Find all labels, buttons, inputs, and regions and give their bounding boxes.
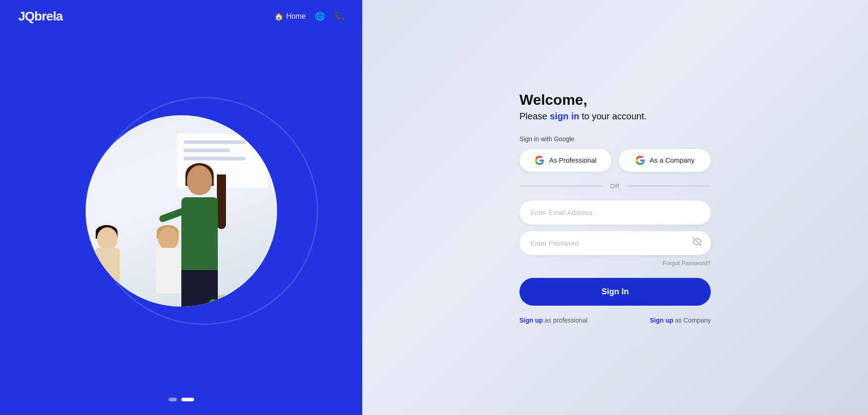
google-company-button[interactable]: As a Company — [619, 149, 711, 172]
welcome-prefix: Please — [519, 111, 550, 121]
globe-icon[interactable]: 🌐 — [315, 11, 325, 21]
signup-company-label: as Company — [675, 317, 711, 324]
sign-in-button[interactable]: Sign In — [519, 278, 711, 306]
welcome-title: Welcome, — [519, 92, 711, 108]
hero-section — [0, 33, 362, 389]
sign-in-text: sign in — [550, 111, 579, 121]
wb-line-1 — [184, 140, 246, 144]
dot-1[interactable] — [169, 398, 177, 401]
home-icon: 🏠 — [274, 12, 283, 21]
dot-2[interactable] — [181, 398, 194, 401]
nav-links: 🏠 Home 🌐 📞 — [274, 11, 344, 21]
audience-person-1 — [95, 223, 122, 305]
google-label: Sign in with Google — [519, 135, 711, 143]
signup-links: Sign up as professional Sign up as Compa… — [519, 317, 711, 324]
google-professional-button[interactable]: As Professional — [519, 149, 611, 172]
welcome-subtitle: Please sign in to your account. — [519, 111, 711, 122]
or-divider: OR — [519, 183, 711, 190]
home-label: Home — [286, 12, 306, 20]
email-input[interactable] — [519, 200, 711, 225]
password-wrapper — [519, 231, 711, 255]
signup-company-text: Sign up as Company — [650, 317, 711, 324]
or-line-right — [627, 186, 711, 186]
or-text: OR — [610, 183, 620, 190]
google-professional-label: As Professional — [549, 156, 596, 164]
signup-professional-label: as professional — [544, 317, 587, 324]
audience-figures — [95, 223, 156, 307]
forgot-password-link: Forgot Password? — [519, 259, 711, 267]
right-panel: Welcome, Please sign in to your account.… — [362, 0, 868, 415]
or-line-left — [519, 186, 603, 186]
presenter-head — [187, 165, 212, 195]
password-input[interactable] — [519, 231, 711, 255]
google-buttons: As Professional As a Company — [519, 149, 711, 172]
login-card: Welcome, Please sign in to your account.… — [519, 92, 711, 324]
plant-pot — [218, 295, 236, 307]
signup-professional-text: Sign up as professional — [519, 317, 587, 324]
welcome-suffix: to your account. — [579, 111, 647, 121]
logo: JQbrela — [18, 9, 261, 24]
wb-line-2 — [184, 149, 230, 152]
hero-image — [86, 115, 277, 307]
photo-scene — [86, 115, 277, 307]
audience-person-2 — [156, 223, 183, 305]
google-icon-company — [635, 155, 645, 165]
signup-company-link[interactable]: Sign up — [650, 317, 673, 324]
toggle-password-icon[interactable] — [693, 237, 702, 249]
signup-professional-link[interactable]: Sign up — [519, 317, 543, 324]
plant-decoration — [213, 270, 241, 307]
phone-icon[interactable]: 📞 — [334, 11, 344, 21]
carousel-dots — [0, 389, 362, 415]
navigation: JQbrela 🏠 Home 🌐 📞 — [0, 0, 362, 33]
left-panel: JQbrela 🏠 Home 🌐 📞 — [0, 0, 362, 415]
google-company-label: As a Company — [650, 156, 694, 164]
google-icon-professional — [534, 155, 544, 165]
forgot-password-anchor[interactable]: Forgot Password? — [663, 260, 711, 266]
presenter-hair-long — [217, 174, 226, 229]
wb-line-3 — [184, 157, 246, 160]
home-link[interactable]: 🏠 Home — [274, 12, 306, 21]
